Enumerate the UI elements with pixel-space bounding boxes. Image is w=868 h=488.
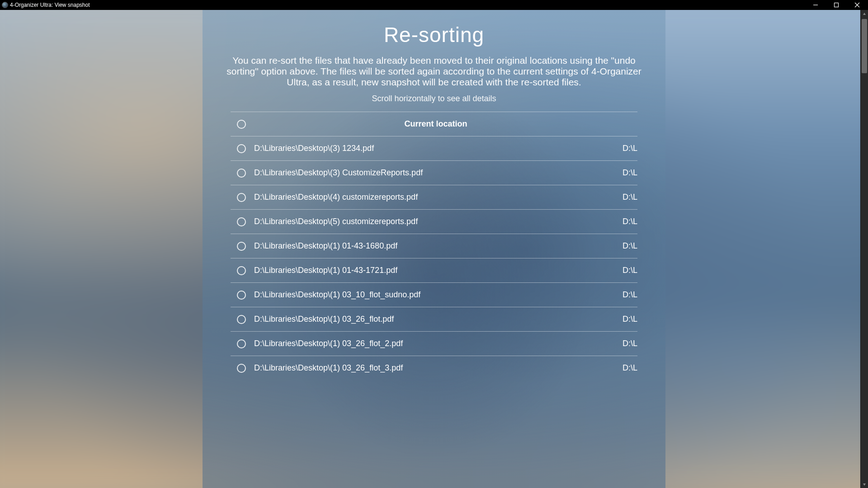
- table-row[interactable]: D:\Libraries\Desktop\(1) 01-43-1680.pdfD…: [231, 234, 637, 258]
- table-row[interactable]: D:\Libraries\Desktop\(1) 03_26_flot.pdfD…: [231, 307, 637, 331]
- scroll-hint: Scroll horizontally to see all details: [212, 94, 656, 103]
- svg-marker-4: [863, 13, 866, 15]
- row-current-location: D:\Libraries\Desktop\(3) 1234.pdf: [252, 144, 618, 153]
- window-title: 4-Organizer Ultra: View snapshot: [10, 2, 90, 8]
- row-current-location: D:\Libraries\Desktop\(1) 03_10_flot_sudn…: [252, 290, 618, 300]
- window-titlebar: 4-Organizer Ultra: View snapshot: [0, 0, 868, 10]
- main-panel: Re-sorting You can re-sort the files tha…: [203, 10, 665, 488]
- row-current-location: D:\Libraries\Desktop\(4) customizereport…: [252, 192, 618, 202]
- row-radio[interactable]: [237, 266, 246, 275]
- app-icon: [2, 2, 8, 8]
- row-current-location: D:\Libraries\Desktop\(1) 03_26_flot.pdf: [252, 314, 618, 324]
- table-row[interactable]: D:\Libraries\Desktop\(3) CustomizeReport…: [231, 160, 637, 185]
- table-row[interactable]: D:\Libraries\Desktop\(3) 1234.pdfD:\L: [231, 136, 637, 160]
- scroll-up-icon[interactable]: [861, 10, 868, 18]
- row-destination: D:\L: [618, 144, 637, 153]
- col-header-current: Current location: [252, 119, 618, 129]
- row-current-location: D:\Libraries\Desktop\(1) 03_26_flot_2.pd…: [252, 339, 618, 348]
- row-radio[interactable]: [237, 291, 246, 300]
- table-row[interactable]: D:\Libraries\Desktop\(1) 03_10_flot_sudn…: [231, 282, 637, 307]
- page-description: You can re-sort the files that have alre…: [212, 55, 656, 88]
- row-radio[interactable]: [237, 242, 246, 251]
- table-row[interactable]: D:\Libraries\Desktop\(1) 03_26_flot_2.pd…: [231, 331, 637, 356]
- row-radio[interactable]: [237, 217, 246, 226]
- row-destination: D:\L: [618, 241, 637, 251]
- table-header-row: Current location: [231, 112, 637, 136]
- table-row[interactable]: D:\Libraries\Desktop\(4) customizereport…: [231, 185, 637, 209]
- files-table: Current location D:\Libraries\Desktop\(3…: [231, 112, 637, 380]
- table-row[interactable]: D:\Libraries\Desktop\(1) 03_26_flot_3.pd…: [231, 356, 637, 380]
- svg-rect-1: [835, 3, 839, 7]
- row-radio[interactable]: [237, 315, 246, 324]
- row-destination: D:\L: [618, 339, 637, 348]
- row-current-location: D:\Libraries\Desktop\(1) 03_26_flot_3.pd…: [252, 363, 618, 373]
- svg-marker-5: [863, 483, 866, 486]
- row-radio[interactable]: [237, 339, 246, 348]
- row-destination: D:\L: [618, 363, 637, 373]
- scrollbar-thumb[interactable]: [862, 19, 867, 73]
- row-destination: D:\L: [618, 168, 637, 178]
- row-radio[interactable]: [237, 169, 246, 178]
- table-row[interactable]: D:\Libraries\Desktop\(5) customizereport…: [231, 209, 637, 234]
- row-destination: D:\L: [618, 314, 637, 324]
- vertical-scrollbar[interactable]: [860, 10, 868, 488]
- row-radio[interactable]: [237, 193, 246, 202]
- row-current-location: D:\Libraries\Desktop\(5) customizereport…: [252, 217, 618, 226]
- minimize-button[interactable]: [809, 0, 822, 9]
- close-button[interactable]: [851, 0, 863, 9]
- row-radio[interactable]: [237, 144, 246, 153]
- row-current-location: D:\Libraries\Desktop\(3) CustomizeReport…: [252, 168, 618, 178]
- row-destination: D:\L: [618, 266, 637, 275]
- select-all-radio[interactable]: [237, 120, 246, 129]
- row-current-location: D:\Libraries\Desktop\(1) 01-43-1721.pdf: [252, 266, 618, 275]
- row-destination: D:\L: [618, 290, 637, 300]
- maximize-button[interactable]: [830, 0, 843, 9]
- page-heading: Re-sorting: [212, 23, 656, 47]
- scroll-down-icon[interactable]: [861, 480, 868, 488]
- row-destination: D:\L: [618, 192, 637, 202]
- table-row[interactable]: D:\Libraries\Desktop\(1) 01-43-1721.pdfD…: [231, 258, 637, 282]
- row-radio[interactable]: [237, 364, 246, 373]
- row-current-location: D:\Libraries\Desktop\(1) 01-43-1680.pdf: [252, 241, 618, 251]
- row-destination: D:\L: [618, 217, 637, 226]
